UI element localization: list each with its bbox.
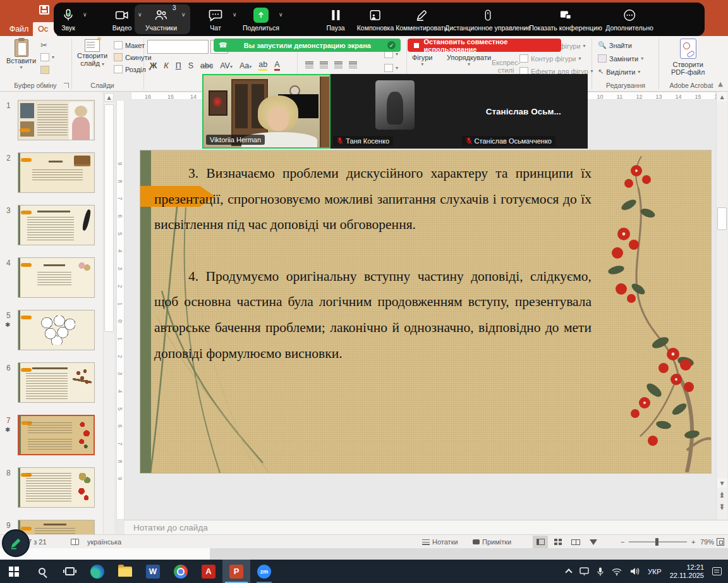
- scroll-up-arrow[interactable]: ▲: [717, 92, 727, 101]
- strikethrough-button[interactable]: abc: [200, 61, 213, 70]
- shape-outline-button[interactable]: Контур фігури▾: [519, 54, 581, 63]
- slide-thumb-row-5[interactable]: 5 ✱: [0, 310, 103, 359]
- highlight-color-button[interactable]: ab: [258, 60, 267, 71]
- zoom-slider-knob[interactable]: [655, 538, 658, 546]
- slideshow-button[interactable]: [586, 536, 601, 548]
- word-button[interactable]: [139, 560, 167, 583]
- save-icon[interactable]: [39, 5, 49, 15]
- slide-thumbnail[interactable]: [18, 100, 95, 140]
- replace-button[interactable]: Замінити▾: [598, 54, 643, 63]
- keyboard-language[interactable]: УКР: [648, 568, 662, 575]
- fit-to-window-button[interactable]: [717, 535, 724, 549]
- video-tile-active-speaker[interactable]: Viktoriia Herman: [202, 74, 331, 149]
- select-button[interactable]: ↖Виділити▾: [598, 68, 640, 76]
- character-spacing-button[interactable]: AV▾: [220, 61, 233, 70]
- create-pdf-button[interactable]: Створити PDF-файл: [671, 39, 705, 76]
- zoom-out-button[interactable]: −: [621, 535, 624, 549]
- cut-button[interactable]: ✂: [40, 40, 47, 50]
- zoom-pause-button[interactable]: Пауза: [326, 7, 344, 32]
- slide-paragraph-3[interactable]: 3. Визначаємо проблеми дискусійного хара…: [154, 161, 592, 238]
- microphone-tray-icon[interactable]: [597, 567, 604, 576]
- powerpoint-button-active[interactable]: [222, 560, 250, 583]
- normal-view-button[interactable]: [533, 536, 548, 548]
- comments-toggle[interactable]: Примітки: [473, 535, 511, 549]
- zoom-more-button[interactable]: Дополнительно: [605, 7, 653, 32]
- zoom-slider[interactable]: [629, 535, 687, 549]
- zoom-annotation-avatar[interactable]: [2, 529, 30, 557]
- slide-canvas[interactable]: 3. Визначаємо проблеми дискусійного хара…: [140, 150, 711, 473]
- start-button[interactable]: [0, 560, 28, 583]
- section-button[interactable]: Розділ▾: [114, 65, 151, 73]
- action-center-icon[interactable]: [712, 567, 722, 575]
- zoom-audio-button[interactable]: Звук: [61, 7, 75, 32]
- screen-cast-icon[interactable]: [579, 567, 589, 575]
- zoom-app-button[interactable]: [250, 560, 278, 583]
- editor-scrollbar[interactable]: ▲ ▼ ▲▲ ▼▼: [716, 92, 727, 520]
- slide-thumb-row-3[interactable]: 3: [0, 205, 103, 254]
- align-left-icon[interactable]: [305, 61, 313, 68]
- scroll-down-arrow[interactable]: ▼: [717, 479, 727, 488]
- clipboard-dialog-launcher[interactable]: [64, 83, 69, 88]
- acrobat-button[interactable]: [195, 560, 222, 583]
- align-center-icon[interactable]: [320, 61, 328, 68]
- video-options-chevron[interactable]: ∨: [138, 11, 142, 18]
- slide-thumbnail[interactable]: [18, 362, 95, 403]
- scroll-up-arrow[interactable]: ▲: [104, 93, 114, 102]
- font-name-input[interactable]: [147, 40, 209, 54]
- new-slide-button[interactable]: Створити слайд ▾: [77, 39, 107, 67]
- reset-button[interactable]: Скинути: [114, 53, 152, 61]
- file-explorer-button[interactable]: [111, 560, 139, 583]
- video-tile-participant-3[interactable]: Станіслав Осьм... Станіслав Осьмачченко: [459, 74, 588, 149]
- slide-thumbnail[interactable]: [18, 467, 95, 508]
- speaker-icon[interactable]: [630, 567, 640, 575]
- slide-thumb-row-2[interactable]: 2: [0, 152, 103, 202]
- audio-options-chevron[interactable]: ∨: [83, 11, 87, 18]
- notes-toggle[interactable]: Нотатки: [422, 535, 458, 549]
- share-options-chevron[interactable]: ∨: [279, 11, 283, 18]
- thumbnail-scrollbar[interactable]: ▲: [103, 92, 114, 534]
- clock[interactable]: 12:21 22.11.2025: [670, 563, 704, 580]
- scrollbar-thumb[interactable]: [104, 104, 114, 332]
- quick-styles-button[interactable]: Експрес- стилі: [492, 59, 520, 74]
- slide-thumbnail-selected[interactable]: [18, 415, 95, 455]
- slide-thumb-row-1[interactable]: 1: [0, 100, 103, 149]
- collapse-ribbon-button[interactable]: ▲: [718, 80, 723, 87]
- slide-thumb-row-4[interactable]: 4: [0, 257, 103, 307]
- edge-button[interactable]: [83, 560, 111, 583]
- slide-thumb-row-6[interactable]: 6: [0, 362, 103, 412]
- tab-file[interactable]: Файл: [5, 22, 33, 36]
- shadow-button[interactable]: S: [188, 61, 193, 70]
- slide-thumb-row-8[interactable]: 8: [0, 467, 103, 517]
- zoom-annotate-button[interactable]: Комментировать: [396, 7, 447, 32]
- font-color-button[interactable]: A: [274, 60, 279, 71]
- slide-thumbnail[interactable]: [18, 520, 95, 534]
- chat-options-chevron[interactable]: ∨: [233, 11, 237, 18]
- stop-sharing-button[interactable]: Остановить совместное использование: [408, 39, 561, 52]
- tray-expand-icon[interactable]: [565, 568, 572, 575]
- slide-thumbnail[interactable]: [18, 310, 95, 350]
- chrome-button[interactable]: [167, 560, 195, 583]
- language-indicator[interactable]: українська: [87, 535, 121, 549]
- slide-thumbnail[interactable]: [18, 205, 95, 245]
- zoom-percentage[interactable]: 79%: [700, 535, 714, 549]
- slide-thumbnail[interactable]: [18, 152, 95, 193]
- layout-button[interactable]: Макет▾: [114, 41, 150, 49]
- reading-view-button[interactable]: [568, 536, 583, 548]
- align-right-icon[interactable]: [334, 61, 343, 68]
- italic-button[interactable]: К: [164, 61, 168, 70]
- zoom-share-button[interactable]: Поделиться: [243, 7, 279, 32]
- next-slide-button[interactable]: ▼▼: [717, 503, 727, 512]
- format-painter-button[interactable]: [40, 66, 49, 74]
- slide-text-box[interactable]: 3. Визначаємо проблеми дискусійного хара…: [154, 161, 592, 366]
- wifi-icon[interactable]: [612, 568, 622, 575]
- spellcheck-icon[interactable]: [71, 535, 79, 549]
- zoom-chat-button[interactable]: Чат: [208, 7, 223, 32]
- zoom-video-button[interactable]: Видео: [112, 7, 132, 32]
- zoom-show-conference-button[interactable]: Показать конференцию: [529, 7, 602, 32]
- slide-paragraph-4[interactable]: 4. Продумуємо оригінальну вступну частин…: [154, 264, 592, 366]
- previous-slide-button[interactable]: ▲▲: [717, 490, 727, 499]
- slide-sorter-view-button[interactable]: [550, 536, 566, 548]
- underline-button[interactable]: П: [176, 61, 181, 70]
- bold-button[interactable]: Ж: [150, 61, 157, 70]
- align-text-button[interactable]: ▾: [384, 64, 398, 72]
